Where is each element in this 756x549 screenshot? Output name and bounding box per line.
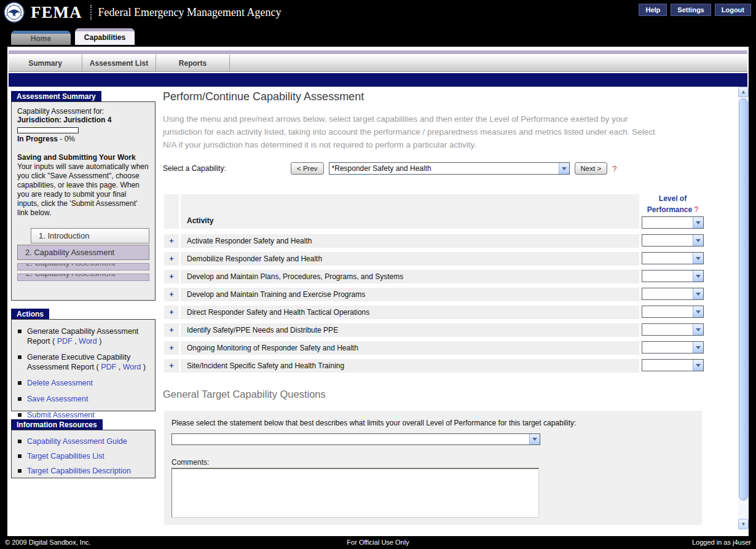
dropdown-arrow-icon[interactable] [693, 271, 703, 282]
status-badge: In Progress [17, 135, 58, 143]
row-expander[interactable]: + [164, 252, 179, 266]
dropdown-arrow-icon[interactable] [693, 360, 703, 371]
nav-item-reports[interactable]: Reports [156, 55, 230, 71]
step-capability-assessment[interactable]: 2. Capability Assessment [17, 245, 149, 260]
lop-select[interactable] [642, 323, 704, 336]
settings-button[interactable]: Settings [671, 4, 711, 16]
dropdown-arrow-icon[interactable] [693, 306, 703, 317]
logout-button[interactable]: Logout [715, 4, 751, 16]
saving-title: Saving and Submitting Your Work [17, 153, 149, 162]
app-header: FEMA Federal Emergency Management Agency… [0, 0, 756, 27]
level-of-performance-header: Level of Performance ? [642, 194, 704, 229]
pdf-link[interactable]: PDF [101, 363, 116, 371]
nav-item-summary[interactable]: Summary [9, 55, 82, 71]
step-clipped-2[interactable]: 2. Capability Assessment [17, 274, 149, 281]
step-introduction[interactable]: 1. Introduction [31, 228, 149, 243]
target-capabilities-list-link[interactable]: Target Capabilities List [27, 451, 104, 461]
activity-label: Demobilize Responder Safety and Health [181, 252, 639, 266]
footer-official-use: For Official Use Only [0, 536, 756, 549]
comments-textarea[interactable] [171, 468, 539, 518]
limit-statement-select[interactable] [171, 433, 540, 445]
footer-logged-in-as: Logged in as j4user [692, 536, 751, 549]
dropdown-arrow-icon[interactable] [693, 217, 703, 228]
scroll-down-icon[interactable]: ▼ [738, 519, 749, 529]
row-expander[interactable]: + [164, 359, 179, 373]
next-button[interactable]: Next > [575, 162, 608, 175]
row-expander[interactable]: + [164, 306, 179, 319]
action-save-assessment: Save Assessment [17, 394, 150, 404]
action-delete-assessment: Delete Assessment [17, 378, 150, 388]
lop-header-select[interactable] [642, 216, 704, 229]
word-link[interactable]: Word [123, 363, 141, 371]
target-capabilities-description-link[interactable]: Target Capabilities Description [27, 466, 131, 476]
bullet-icon [18, 355, 22, 359]
table-row: + Identify Safety/PPE Needs and Distribu… [164, 323, 704, 337]
prev-button[interactable]: < Prev [291, 162, 324, 175]
word-link[interactable]: Word [79, 337, 97, 346]
lop-select[interactable] [642, 306, 704, 318]
submit-assessment-link[interactable]: Submit Assessment [27, 410, 95, 420]
activity-label: Identify Safety/PPE Needs and Distribute… [181, 323, 639, 337]
dropdown-arrow-icon[interactable] [693, 342, 703, 353]
row-expander[interactable]: + [164, 323, 179, 337]
step-clipped-1[interactable]: 2. Capability Assessment [17, 263, 149, 271]
capability-assessment-guide-link[interactable]: Capability Assessment Guide [27, 436, 127, 446]
dropdown-arrow-icon[interactable] [693, 324, 703, 335]
table-row: + Site/Incident Specific Safety and Heal… [164, 359, 704, 373]
lop-select[interactable] [642, 359, 704, 371]
row-expander[interactable]: + [164, 234, 179, 248]
scroll-up-icon[interactable]: ▲ [738, 87, 749, 97]
action-generate-executive-report: Generate Executive Capability Assessment… [17, 352, 150, 372]
tab-home-label: Home [11, 34, 71, 44]
capability-select[interactable]: *Responder Safety and Health [329, 162, 570, 175]
activity-label: Ongoing Monitoring of Responder Safety a… [181, 341, 639, 355]
activity-label: Site/Incident Specific Safety and Health… [181, 359, 639, 373]
dropdown-arrow-icon[interactable] [559, 163, 569, 174]
action-generate-report-text: Generate Capability Assessment Report ( … [27, 326, 150, 346]
table-row: + Demobilize Responder Safety and Health [164, 252, 704, 266]
activity-table: Activity Level of Performance ? + Activa… [164, 194, 704, 377]
dropdown-arrow-icon[interactable] [693, 253, 703, 264]
save-assessment-link[interactable]: Save Assessment [27, 394, 88, 404]
dropdown-arrow-icon[interactable] [529, 434, 540, 444]
nav-item-assessment-list[interactable]: Assessment List [82, 55, 156, 71]
activity-label: Direct Responder Safety and Health Tacti… [181, 306, 639, 319]
section-navbar: Summary Assessment List Reports [9, 50, 747, 72]
navbar-menu: Summary Assessment List Reports [9, 55, 747, 72]
dropdown-arrow-icon[interactable] [693, 288, 703, 299]
help-button[interactable]: Help [639, 4, 667, 16]
pdf-link[interactable]: PDF [57, 337, 73, 346]
status-line: In Progress - 0% [17, 135, 149, 143]
lop-select[interactable] [642, 341, 704, 353]
scrollbar-thumb[interactable] [739, 98, 748, 500]
progress-bar [17, 127, 79, 133]
content-wrapper: Summary Assessment List Reports Assessme… [7, 47, 749, 536]
fema-seal-icon [4, 2, 25, 23]
row-expander[interactable]: + [164, 341, 179, 355]
bullet-icon [18, 413, 22, 417]
activity-table-header: Activity Level of Performance ? [164, 194, 704, 229]
lop-help-icon[interactable]: ? [695, 205, 699, 214]
lop-select[interactable] [642, 252, 704, 264]
row-expander[interactable]: + [164, 270, 179, 283]
lop-select[interactable] [642, 234, 704, 247]
brand-area: FEMA Federal Emergency Management Agency [4, 2, 282, 23]
tab-capabilities[interactable]: Capabilities [75, 28, 135, 45]
app-footer: © 2009 Digital Sandbox, Inc. For Officia… [0, 536, 756, 549]
row-expander[interactable]: + [164, 288, 179, 301]
capability-help-icon[interactable]: ? [612, 164, 616, 173]
page-title: Perform/Continue Capability Assessment [163, 90, 364, 103]
top-buttons: Help Settings Logout [639, 4, 751, 16]
lop-select[interactable] [642, 288, 704, 300]
tab-home[interactable]: Home [11, 31, 71, 45]
page-intro-text: Using the menu and prev/next arrows belo… [163, 113, 667, 151]
lop-select[interactable] [642, 270, 704, 282]
table-row: + Ongoing Monitoring of Responder Safety… [164, 341, 704, 355]
action-submit-assessment: Submit Assessment [17, 410, 150, 420]
saving-text: Your inputs will save automatically when… [17, 162, 149, 218]
delete-assessment-link[interactable]: Delete Assessment [27, 378, 93, 388]
tab-capabilities-label: Capabilities [75, 31, 135, 44]
assessment-summary-panel: Capability Assessment for: Jurisdiction:… [11, 101, 156, 301]
vertical-scrollbar[interactable]: ▲ ▼ [738, 87, 749, 529]
dropdown-arrow-icon[interactable] [693, 235, 703, 246]
